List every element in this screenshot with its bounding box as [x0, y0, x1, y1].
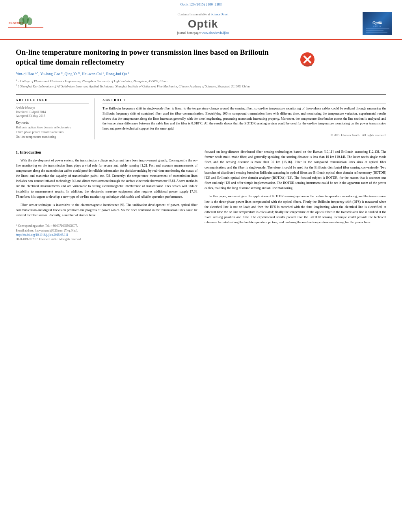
svg-point-3	[19, 17, 24, 25]
abstract-heading: Abstract	[102, 98, 386, 104]
intro-col2-paragraph-2: In this paper, we investigate the applic…	[205, 194, 386, 225]
section-1-title: 1. Introduction	[16, 149, 197, 156]
journal-header: ELSEVIER Contents lists available at Sci…	[0, 8, 402, 40]
citation-bar: Optik 126 (2015) 2180–2183	[0, 0, 402, 8]
sciencedirect-link[interactable]: ScienceDirect	[211, 13, 229, 16]
intro-col2-paragraph-1: focused on long-distance distributed fib…	[205, 149, 386, 191]
article-info-heading: Article Info	[16, 98, 89, 104]
optik-cover-image: Optik optics	[363, 12, 392, 35]
abstract-column: Abstract The Brillouin frequency shift i…	[102, 98, 386, 139]
elsevier-svg-logo: ELSEVIER	[8, 11, 43, 35]
crossmark-icon: CrossMark	[300, 52, 315, 67]
optik-logo-box: Optik optics	[363, 12, 394, 35]
intro-paragraph-1: With the development of power system; th…	[16, 158, 197, 199]
paper-title-text: On-line temperature monitoring in power …	[16, 48, 292, 67]
accepted-date: Accepted 23 May 2015	[16, 114, 89, 118]
paper-title: On-line temperature monitoring in power …	[16, 48, 292, 94]
footnote-area: * Corresponding author. Tel.: +86 037163…	[16, 222, 197, 241]
authors-line: Yun-qi Hao a,*, Yu-long Cao b, Qing Ye b…	[16, 71, 292, 76]
journal-homepage-line: journal homepage: www.elsevier.de/ijleo	[47, 31, 359, 35]
journal-url[interactable]: www.elsevier.de/ijleo	[201, 31, 229, 35]
received-date: Received 13 April 2014	[16, 110, 89, 114]
affiliation-a: a a College of Physics and Electronics E…	[16, 78, 292, 84]
citation-text: Optik 126 (2015) 2180–2183	[180, 2, 221, 6]
doi-link[interactable]: http://dx.doi.org/10.1016/j.ijleo.2015.0…	[16, 233, 68, 237]
affiliation-b: b b Shanghai Key Laboratory of All Solid…	[16, 83, 292, 89]
copyright-text: © 2015 Elsevier GmbH. All rights reserve…	[102, 133, 386, 137]
article-info-abstract-row: Article Info Article history: Received 1…	[16, 94, 386, 139]
contents-available: Contents lists available at ScienceDirec…	[47, 13, 359, 16]
cover-decoration	[364, 26, 391, 34]
journal-title: Optik	[47, 18, 359, 30]
svg-text:CrossMark: CrossMark	[303, 64, 313, 67]
authors-text: Yun-qi Hao a,*, Yu-long Cao b, Qing Ye b…	[16, 72, 129, 76]
svg-point-4	[27, 17, 32, 25]
keyword-2: Three-phase power transmission lines	[16, 130, 89, 135]
elsevier-logo: ELSEVIER	[8, 11, 43, 36]
body-two-columns: 1. Introduction With the development of …	[16, 149, 386, 241]
keyword-3: On-line temperature monitoring	[16, 135, 89, 139]
history-label: Article history:	[16, 106, 89, 109]
title-row: On-line temperature monitoring in power …	[16, 48, 386, 94]
body-divider	[16, 145, 386, 145]
article-area: On-line temperature monitoring in power …	[0, 40, 402, 245]
footnote-doi: http://dx.doi.org/10.1016/j.ijleo.2015.0…	[16, 233, 197, 237]
intro-paragraph-2: Fiber sensor technique is insensitive to…	[16, 202, 197, 218]
affiliations: a a College of Physics and Electronics E…	[16, 78, 292, 89]
footnote-corresponding: * Corresponding author. Tel.: +86 037163…	[16, 224, 197, 228]
optik-cover-title: Optik	[372, 20, 382, 25]
footnote-issn: 0030-4026/© 2015 Elsevier GmbH. All righ…	[16, 237, 197, 241]
keywords-label: Keywords:	[16, 121, 89, 124]
body-left-column: 1. Introduction With the development of …	[16, 149, 197, 241]
crossmark-container: CrossMark	[300, 52, 315, 68]
body-right-column: focused on long-distance distributed fib…	[205, 149, 386, 241]
footnote-email: E-mail address: haoyunhanqi@126.com (Y.-…	[16, 228, 197, 233]
keyword-1: Brillouin optical time domain reflectome…	[16, 125, 89, 130]
abstract-text: The Brillouin frequency shift in single-…	[102, 106, 386, 131]
article-info-column: Article Info Article history: Received 1…	[16, 98, 95, 139]
journal-center: Contents lists available at ScienceDirec…	[47, 13, 359, 35]
